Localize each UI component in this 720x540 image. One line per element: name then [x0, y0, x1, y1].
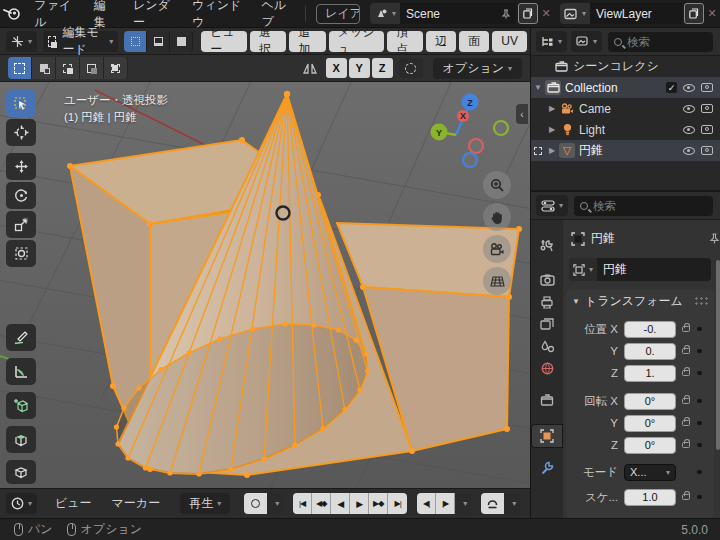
gizmo-minus-y-ball[interactable]: [494, 121, 508, 135]
properties-editor-type-button[interactable]: ▾: [536, 195, 568, 216]
mode-dropdown[interactable]: 編集モード▾: [43, 31, 118, 52]
tab-render[interactable]: [531, 268, 563, 292]
outliner-editor-type-button[interactable]: ▾: [536, 31, 567, 52]
zoom-button[interactable]: [483, 171, 511, 199]
menu-edge[interactable]: 辺: [426, 31, 456, 52]
sidebar-toggle[interactable]: ‹: [516, 104, 528, 124]
step-back-button[interactable]: ◀|: [417, 493, 436, 514]
render-visibility-icon[interactable]: [701, 125, 713, 134]
blender-logo-icon[interactable]: [0, 7, 24, 20]
gizmo-minus-x-ball[interactable]: [469, 139, 483, 153]
vertex-select-button[interactable]: [124, 31, 147, 52]
menu-file[interactable]: ファイル: [24, 0, 84, 27]
tab-modifiers[interactable]: [531, 456, 563, 480]
menu-uv[interactable]: UV: [492, 31, 527, 52]
frame-step-chevron[interactable]: ▾: [455, 493, 471, 514]
outliner-row-scene-collection[interactable]: シーンコレクシ: [531, 56, 720, 77]
menu-face[interactable]: 面: [459, 31, 489, 52]
expand-chevron-icon[interactable]: ▶: [545, 146, 559, 155]
tab-view-layer[interactable]: [531, 312, 563, 336]
play-button[interactable]: ▶: [350, 493, 369, 514]
step-forward-button[interactable]: |▶: [436, 493, 455, 514]
eye-icon[interactable]: [683, 147, 695, 155]
gizmo-minus-z-ball[interactable]: [463, 153, 477, 167]
location-y-field[interactable]: 0.: [624, 343, 676, 360]
lock-icon[interactable]: [682, 420, 690, 426]
rotation-y-field[interactable]: 0°: [624, 415, 676, 432]
menu-view[interactable]: ビュー: [201, 31, 247, 52]
outliner-row-light[interactable]: ▶ Light: [531, 119, 720, 140]
viewlayer-browse-button[interactable]: ▾: [560, 3, 590, 24]
outliner-row-camera[interactable]: ▶ Came: [531, 98, 720, 119]
outliner-row-collection[interactable]: ▼ Collection ✓: [531, 77, 720, 98]
perspective-toggle-button[interactable]: [483, 267, 511, 295]
rotation-z-field[interactable]: 0°: [624, 437, 676, 454]
render-visibility-icon[interactable]: [701, 83, 713, 92]
tab-object[interactable]: [531, 424, 563, 448]
editor-type-button[interactable]: ▾: [6, 31, 37, 52]
select-intersect-button[interactable]: [104, 57, 128, 79]
properties-scrollbar[interactable]: [716, 260, 720, 450]
rotation-mode-dropdown[interactable]: X...▾: [624, 464, 676, 481]
outliner-search[interactable]: [608, 32, 713, 52]
timeline-menu-marker[interactable]: マーカー: [102, 495, 171, 512]
tool-measure[interactable]: [6, 358, 36, 385]
keyframe-dot[interactable]: [697, 443, 702, 448]
tool-cursor[interactable]: [6, 119, 36, 146]
object-browse-button[interactable]: ▾: [569, 258, 597, 281]
panel-drag-handle[interactable]: [694, 296, 708, 306]
tool-select-box[interactable]: [6, 90, 36, 117]
scene-name-field[interactable]: Scene: [400, 3, 516, 24]
select-extend-button[interactable]: [32, 57, 56, 79]
keyframe-dot[interactable]: [697, 399, 702, 404]
menu-render[interactable]: レンダー: [123, 0, 182, 27]
render-visibility-icon[interactable]: [701, 104, 713, 113]
location-z-field[interactable]: 1.: [624, 365, 676, 382]
keyframe-dot[interactable]: [697, 371, 702, 376]
select-invert-button[interactable]: [80, 57, 104, 79]
keyframe-dot[interactable]: [697, 327, 702, 332]
record-options-chevron[interactable]: ▾: [267, 493, 283, 514]
expand-chevron-icon[interactable]: ▶: [545, 104, 559, 113]
viewlayer-name-field[interactable]: ViewLayer: [590, 3, 682, 24]
menu-mesh[interactable]: メッシュ: [329, 31, 384, 52]
menu-vertex[interactable]: 頂点: [387, 31, 423, 52]
collapse-chevron-icon[interactable]: ▼: [531, 83, 545, 92]
tab-scene[interactable]: [531, 334, 563, 358]
expand-chevron-icon[interactable]: ▶: [545, 125, 559, 134]
jump-to-end-button[interactable]: ▶|: [388, 493, 407, 514]
keying-options-chevron[interactable]: ▾: [504, 493, 520, 514]
eye-icon[interactable]: [683, 105, 695, 113]
object-name-field[interactable]: ▾ 円錐: [569, 258, 711, 281]
mirror-z-button[interactable]: Z: [372, 58, 393, 78]
properties-search-input[interactable]: [593, 200, 707, 212]
pan-button[interactable]: [483, 203, 511, 231]
keyframe-dot[interactable]: [697, 421, 702, 426]
tab-tool[interactable]: [531, 234, 563, 258]
lock-icon[interactable]: [682, 326, 690, 332]
tool-transform[interactable]: [6, 240, 36, 267]
eye-icon[interactable]: [683, 126, 695, 134]
tab-world[interactable]: [531, 356, 563, 380]
edge-select-button[interactable]: [147, 31, 170, 52]
render-visibility-icon[interactable]: [701, 146, 713, 155]
play-reverse-button[interactable]: ◀: [331, 493, 350, 514]
pin-icon[interactable]: [709, 233, 720, 244]
auto-keying-button[interactable]: [481, 493, 504, 514]
tool-inset[interactable]: [6, 460, 36, 484]
transform-panel-header[interactable]: ▼ トランスフォーム: [566, 290, 714, 312]
workspace-tab-layout[interactable]: レイア: [316, 4, 360, 24]
record-button[interactable]: [244, 493, 267, 514]
scene-browse-button[interactable]: ▾: [370, 3, 400, 24]
camera-view-button[interactable]: [483, 235, 511, 263]
keyframe-dot[interactable]: [697, 470, 702, 475]
menu-window[interactable]: ウィンドウ: [182, 0, 251, 27]
outliner-display-mode-button[interactable]: ▾: [571, 31, 602, 52]
mirror-x-button[interactable]: X: [326, 58, 347, 78]
playback-dropdown[interactable]: 再生▾: [180, 493, 230, 514]
proportional-edit-button[interactable]: [399, 58, 423, 78]
properties-search[interactable]: [574, 196, 713, 216]
mirror-icon[interactable]: [299, 62, 321, 75]
select-subtract-button[interactable]: [56, 57, 80, 79]
timeline-menu-view[interactable]: ビュー: [45, 495, 102, 512]
